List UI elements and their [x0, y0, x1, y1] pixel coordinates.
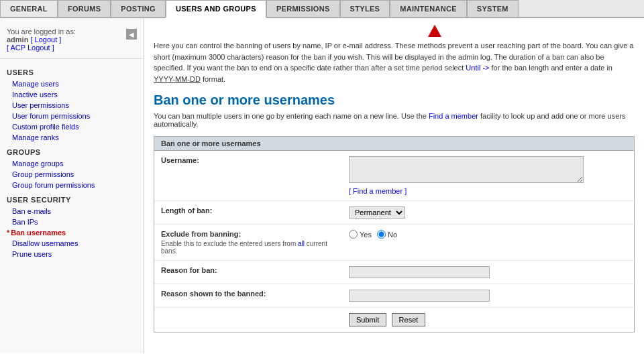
sidebar-section-user-security: USER SECURITY	[0, 190, 144, 206]
reason-shown-input[interactable]	[349, 290, 490, 302]
exclude-desc: Enable this to exclude the entered users…	[161, 240, 335, 255]
exclude-radio-cell: Yes No	[342, 225, 634, 261]
sidebar-item-ban-emails[interactable]: Ban e-mails	[0, 206, 144, 217]
sidebar-item-manage-ranks[interactable]: Manage ranks	[0, 132, 144, 143]
up-arrow-icon	[428, 25, 441, 37]
tab-general[interactable]: GENERAL	[0, 0, 58, 17]
exclude-no-radio[interactable]	[377, 230, 386, 239]
exclude-no-label[interactable]: No	[377, 230, 397, 239]
tab-permissions[interactable]: PERMISSIONS	[266, 0, 340, 17]
login-username: admin [ Logout ]	[7, 36, 123, 44]
main-content: Here you can control the banning of user…	[144, 18, 644, 353]
sidebar-item-manage-groups[interactable]: Manage groups	[0, 158, 144, 169]
username-textarea[interactable]	[349, 156, 584, 183]
reason-shown-label: Reason shown to the banned:	[154, 284, 342, 308]
ban-length-input-cell: Permanent 1 Day 3 Days 1 Week 2 Weeks 1 …	[342, 201, 634, 225]
reason-row: Reason for ban:	[154, 261, 634, 284]
page-subtitle: You can ban multiple users in one go by …	[154, 112, 635, 128]
sidebar-item-prune-users[interactable]: Prune users	[0, 249, 144, 259]
exclude-label-cell: Exclude from banning: Enable this to exc…	[154, 225, 342, 261]
sidebar-item-manage-users[interactable]: Manage users	[0, 78, 144, 89]
form-panel-title: Ban one or more usernames	[154, 137, 634, 151]
logout-link[interactable]: [ Logout ]	[30, 36, 61, 44]
sidebar-item-ban-usernames[interactable]: *Ban usernames	[0, 227, 144, 238]
username-row: Username: [ Find a member ]	[154, 151, 634, 201]
login-text: You are logged in as: admin [ Logout ] […	[7, 27, 123, 52]
ban-length-select[interactable]: Permanent 1 Day 3 Days 1 Week 2 Weeks 1 …	[349, 206, 405, 219]
find-member-link[interactable]: [ Find a member ]	[349, 187, 627, 195]
page-layout: You are logged in as: admin [ Logout ] […	[0, 18, 644, 353]
tab-maintenance[interactable]: MAINTENANCE	[390, 0, 467, 17]
sidebar-item-group-permissions[interactable]: Group permissions	[0, 169, 144, 180]
tab-forums[interactable]: FORUMS	[58, 0, 111, 17]
reason-input[interactable]	[349, 266, 490, 278]
acp-logout-link[interactable]: [ ACP Logout ]	[7, 44, 54, 52]
sidebar-item-ban-ips[interactable]: Ban IPs	[0, 217, 144, 227]
arrow-indicator-container	[154, 25, 635, 39]
exclude-all-link[interactable]: all	[298, 240, 305, 247]
username-input-cell: [ Find a member ]	[342, 151, 634, 201]
buttons-cell: Submit Reset	[342, 308, 634, 333]
reason-label: Reason for ban:	[154, 261, 342, 284]
sidebar-collapse-button[interactable]: ◀	[126, 29, 137, 40]
sidebar-item-disallow-usernames[interactable]: Disallow usernames	[0, 238, 144, 249]
sidebar-item-user-permissions[interactable]: User permissions	[0, 100, 144, 111]
active-arrow-icon: *	[7, 229, 9, 237]
page-title: Ban one or more usernames	[154, 93, 635, 108]
find-member-link-subtitle[interactable]: Find a member	[429, 112, 478, 120]
exclude-yes-radio[interactable]	[349, 230, 358, 239]
tab-users-and-groups[interactable]: USERS AND GROUPS	[166, 0, 266, 18]
ban-length-label: Length of ban:	[154, 201, 342, 225]
sidebar-section-users: USERS	[0, 63, 144, 78]
reason-shown-row: Reason shown to the banned:	[154, 284, 634, 308]
top-navigation: GENERAL FORUMS POSTING USERS AND GROUPS …	[0, 0, 644, 18]
sidebar-item-inactive-users[interactable]: Inactive users	[0, 89, 144, 100]
reason-shown-input-cell	[342, 284, 634, 308]
form-table: Username: [ Find a member ] Length of ba…	[154, 151, 634, 332]
exclude-yes-label[interactable]: Yes	[349, 230, 372, 239]
buttons-row: Submit Reset	[154, 308, 634, 333]
submit-button[interactable]: Submit	[349, 313, 386, 326]
tab-system[interactable]: SYSTEM	[467, 0, 519, 17]
sidebar-item-user-forum-permissions[interactable]: User forum permissions	[0, 111, 144, 121]
sidebar-login-info: You are logged in as: admin [ Logout ] […	[0, 23, 144, 59]
sidebar: You are logged in as: admin [ Logout ] […	[0, 18, 144, 353]
ban-length-row: Length of ban: Permanent 1 Day 3 Days 1 …	[154, 201, 634, 225]
ban-usernames-form-panel: Ban one or more usernames Username: [ Fi…	[154, 136, 635, 333]
tab-styles[interactable]: STYLES	[340, 0, 390, 17]
login-as-label: You are logged in as:	[7, 27, 123, 36]
sidebar-section-groups: GROUPS	[0, 143, 144, 158]
exclude-radio-group: Yes No	[349, 230, 627, 239]
reason-input-cell	[342, 261, 634, 284]
username-label: Username:	[154, 151, 342, 201]
exclude-row: Exclude from banning: Enable this to exc…	[154, 225, 634, 261]
until-link[interactable]: Until ->	[466, 64, 489, 72]
reset-button[interactable]: Reset	[392, 313, 426, 326]
buttons-label-spacer	[154, 308, 342, 333]
intro-text: Here you can control the banning of user…	[154, 40, 635, 84]
tab-posting[interactable]: POSTING	[111, 0, 166, 17]
sidebar-item-custom-profile-fields[interactable]: Custom profile fields	[0, 121, 144, 132]
sidebar-item-group-forum-permissions[interactable]: Group forum permissions	[0, 180, 144, 190]
